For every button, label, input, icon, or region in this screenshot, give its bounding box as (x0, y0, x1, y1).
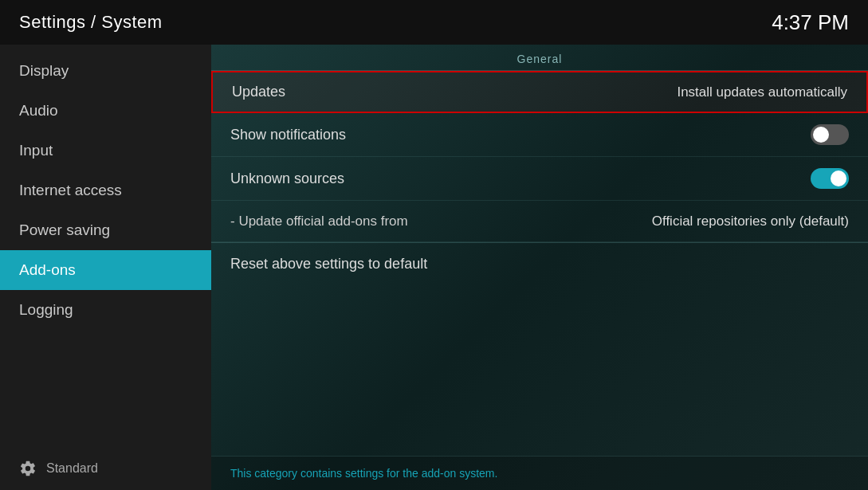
sidebar-item-display[interactable]: Display (0, 51, 211, 91)
footer-hint: This category contains settings for the … (230, 467, 497, 480)
gear-icon (19, 460, 37, 477)
show-notifications-label: Show notifications (230, 127, 346, 143)
toggle-knob-2 (831, 171, 846, 186)
setting-row-unknown-sources[interactable]: Unknown sources (211, 157, 868, 201)
sidebar-item-power-saving[interactable]: Power saving (0, 210, 211, 250)
sidebar-item-logging[interactable]: Logging (0, 290, 211, 330)
content-footer: This category contains settings for the … (211, 456, 868, 490)
reset-label: Reset above settings to default (230, 256, 427, 272)
sidebar-item-add-ons[interactable]: Add-ons (0, 250, 211, 290)
content-area: General Updates Install updates automati… (211, 45, 868, 490)
unknown-sources-label: Unknown sources (230, 171, 344, 187)
standard-label: Standard (46, 461, 98, 476)
main-layout: Display Audio Input Internet access Powe… (0, 45, 868, 490)
setting-row-update-addons[interactable]: - Update official add-ons from Official … (211, 201, 868, 242)
setting-row-show-notifications[interactable]: Show notifications (211, 113, 868, 157)
content-main: General Updates Install updates automati… (211, 45, 868, 456)
sidebar-nav: Display Audio Input Internet access Powe… (0, 45, 211, 447)
update-addons-value: Official repositories only (default) (652, 214, 849, 229)
toggle-knob (813, 127, 829, 143)
sidebar-item-audio[interactable]: Audio (0, 91, 211, 131)
clock: 4:37 PM (772, 10, 849, 35)
update-addons-label: - Update official add-ons from (230, 214, 408, 229)
sidebar-item-input[interactable]: Input (0, 131, 211, 171)
sidebar-footer: Standard (0, 447, 211, 490)
updates-value: Install updates automatically (677, 84, 847, 100)
show-notifications-toggle[interactable] (811, 124, 849, 145)
page-title: Settings / System (19, 12, 163, 33)
setting-row-updates[interactable]: Updates Install updates automatically (211, 71, 868, 113)
setting-row-reset[interactable]: Reset above settings to default (211, 243, 868, 284)
updates-label: Updates (232, 84, 285, 100)
sidebar-item-internet-access[interactable]: Internet access (0, 171, 211, 210)
sidebar: Display Audio Input Internet access Powe… (0, 45, 211, 490)
header: Settings / System 4:37 PM (0, 0, 868, 45)
unknown-sources-toggle[interactable] (811, 168, 849, 189)
section-header: General (211, 45, 868, 71)
